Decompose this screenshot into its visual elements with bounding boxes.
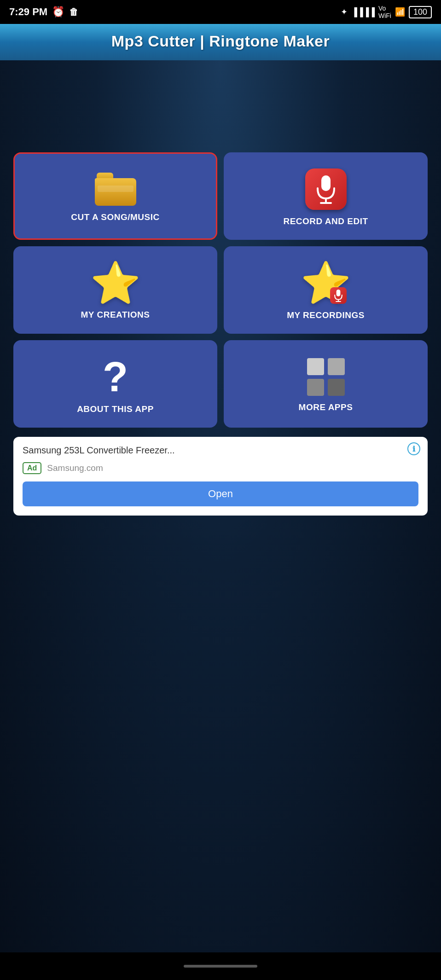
microphone-icon	[305, 168, 347, 210]
apps-grid-icon	[307, 358, 345, 396]
ad-badge: Ad	[23, 462, 41, 474]
signal-icon: ▐▐▐▐	[351, 7, 375, 17]
battery-display: 100	[409, 6, 432, 18]
my-creations-label: MY CREATIONS	[81, 310, 150, 320]
home-indicator	[0, 952, 441, 980]
cut-song-button[interactable]: CUT A SONG/MUSIC	[13, 152, 217, 240]
main-grid: CUT A SONG/MUSIC REC	[13, 152, 428, 428]
cut-song-label: CUT A SONG/MUSIC	[71, 212, 159, 222]
alarm-icon: ⏰	[52, 6, 64, 18]
bluetooth-icon: ✦	[341, 7, 348, 17]
question-icon: ?	[103, 356, 128, 398]
more-apps-label: MORE APPS	[299, 402, 353, 412]
ad-source-row: Ad Samsung.com	[23, 462, 418, 474]
wifi-icon: 📶	[395, 7, 405, 17]
status-bar: 7:29 PM ⏰ 🗑 ✦ ▐▐▐▐ VoWiFi 📶 100	[0, 0, 441, 24]
delete-icon: 🗑	[69, 7, 78, 17]
folder-icon	[95, 173, 136, 206]
ad-title: Samsung 253L Convertible Freezer...	[23, 445, 418, 456]
home-bar	[184, 965, 257, 968]
record-edit-button[interactable]: RECORD AND EDIT	[224, 152, 428, 240]
record-edit-label: RECORD AND EDIT	[283, 216, 368, 226]
app-header: Mp3 Cutter | Ringtone Maker	[0, 24, 441, 60]
app-title: Mp3 Cutter | Ringtone Maker	[0, 32, 441, 50]
star-mic-icon: ⭐	[305, 262, 347, 304]
vowifi-label: VoWiFi	[378, 5, 391, 19]
ad-banner: ℹ Samsung 253L Convertible Freezer... Ad…	[13, 437, 428, 516]
main-content: CUT A SONG/MUSIC REC	[0, 60, 441, 952]
svg-rect-0	[321, 175, 331, 191]
mic-svg	[314, 174, 337, 204]
star-icon: ⭐	[90, 263, 141, 303]
ad-open-button[interactable]: Open	[23, 481, 418, 506]
status-left: 7:29 PM ⏰ 🗑	[9, 6, 78, 18]
more-apps-button[interactable]: MORE APPS	[224, 340, 428, 428]
my-recordings-label: MY RECORDINGS	[287, 310, 365, 320]
about-app-label: ABOUT THIS APP	[77, 404, 154, 414]
svg-rect-3	[336, 290, 340, 296]
my-creations-button[interactable]: ⭐ MY CREATIONS	[13, 246, 217, 334]
status-right: ✦ ▐▐▐▐ VoWiFi 📶 100	[341, 5, 432, 19]
my-recordings-button[interactable]: ⭐ MY RECORDINGS	[224, 246, 428, 334]
ad-info-icon[interactable]: ℹ	[407, 442, 420, 455]
ad-source: Samsung.com	[47, 463, 103, 473]
time-display: 7:29 PM	[9, 6, 47, 18]
about-app-button[interactable]: ? ABOUT THIS APP	[13, 340, 217, 428]
